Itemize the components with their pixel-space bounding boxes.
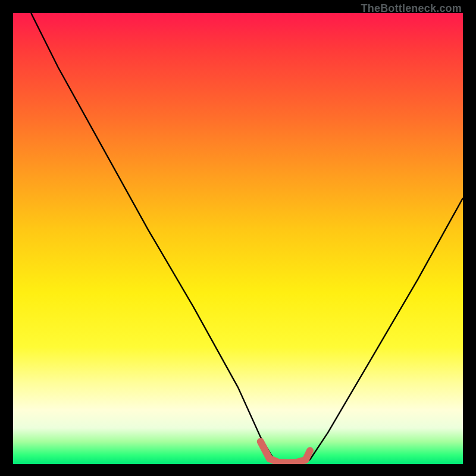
plot-area — [13, 13, 463, 464]
chart-frame: TheBottleneck.com — [0, 0, 476, 476]
bottleneck-curve-path — [31, 13, 463, 464]
sweet-spot-highlight — [261, 441, 310, 463]
curve-layer — [13, 13, 463, 464]
